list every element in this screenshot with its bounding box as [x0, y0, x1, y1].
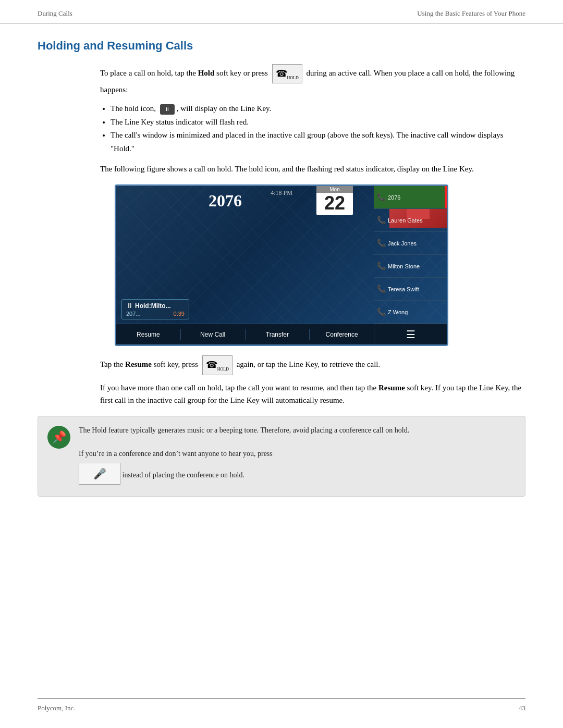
phone-time: 4:18 PM: [271, 189, 292, 197]
paragraph-3: Tap the Resume soft key, press ☎HOLD aga…: [38, 355, 525, 375]
note-text-1: The Hold feature typically generates mus…: [79, 426, 409, 434]
sidebar-key-z-wong[interactable]: 📞 Z Wong: [374, 301, 447, 324]
header-left: During Calls: [38, 9, 72, 18]
line-key-icon-3: 📞: [377, 262, 386, 270]
p3-end: again, or tap the Line Key, to retrieve …: [237, 361, 381, 369]
hold-key-icon-2: ☎HOLD: [202, 355, 232, 375]
softkey-conference[interactable]: Conference: [310, 329, 374, 340]
phone-extension: 2076: [209, 191, 242, 211]
p3-before: Tap the: [100, 361, 125, 369]
calendar-badge: Mon 22: [316, 186, 353, 215]
hold-window-info: 207... 0:39: [126, 311, 185, 317]
line-key-icon-0: 📞: [377, 193, 386, 202]
hold-window-title-text: Hold:Milto...: [135, 302, 171, 310]
softkey-resume[interactable]: Resume: [116, 329, 181, 340]
mute-icon: 🎤: [93, 465, 106, 482]
p3-bold: Resume: [125, 361, 152, 369]
sidebar-key-label-5: Z Wong: [388, 309, 408, 315]
softkey-transfer[interactable]: Transfer: [246, 329, 310, 340]
line-key-icon-4: 📞: [377, 285, 386, 293]
sidebar-key-label-4: Teresa Swift: [388, 286, 419, 292]
key-indicator-2: [445, 232, 447, 254]
p4-text: If you have more than one call on hold, …: [100, 384, 378, 392]
phone-sidebar: 📞 2076 📞 Lauren Gates 📞 Jack Jones 📞 Mil…: [374, 186, 447, 324]
p1-before: To place a call on hold, tap the: [100, 69, 198, 77]
main-content: Holding and Resuming Calls To place a ca…: [0, 23, 563, 517]
sidebar-key-teresa-swift[interactable]: 📞 Teresa Swift: [374, 278, 447, 301]
bullet-1: The hold icon, ⏸, will display on the Li…: [111, 102, 525, 116]
hold-key-icon: ☎HOLD: [272, 64, 302, 83]
hold-number: 207...: [126, 311, 141, 317]
bullet-list: The hold icon, ⏸, will display on the Li…: [38, 102, 525, 155]
sidebar-key-label-2: Jack Jones: [388, 240, 417, 246]
p4-bold: Resume: [378, 384, 405, 392]
note-text: The Hold feature typically generates mus…: [79, 425, 516, 488]
key-indicator-1: [445, 209, 447, 231]
phone-menu-button[interactable]: ☰: [374, 324, 447, 344]
softkey-new-call[interactable]: New Call: [181, 329, 246, 340]
pin-icon: 📌: [52, 430, 66, 444]
line-key-icon-1: 📞: [377, 216, 386, 225]
hold-window: ⏸ Hold:Milto... 207... 0:39: [121, 299, 189, 319]
sidebar-key-label-3: Milton Stone: [388, 263, 420, 269]
paragraph-4: If you have more than one call on hold, …: [38, 381, 525, 406]
sidebar-key-jack-jones[interactable]: 📞 Jack Jones: [374, 232, 447, 255]
page-footer: Polycom, Inc. 43: [38, 698, 525, 712]
key-indicator-4: [445, 278, 447, 300]
bullet-3: The call's window is minimized and place…: [111, 129, 525, 155]
key-indicator-0: [445, 186, 447, 208]
phone-screenshot: 4:18 PM 2076 Mon 22 📞 2076: [115, 184, 448, 346]
note-box: 📌 The Hold feature typically generates m…: [38, 416, 525, 497]
p1-bold: Hold: [198, 69, 215, 77]
line-key-icon-2: 📞: [377, 239, 386, 248]
sidebar-key-2076[interactable]: 📞 2076: [374, 186, 447, 209]
menu-lines-icon: ☰: [406, 328, 415, 341]
key-indicator-5: [445, 301, 447, 323]
hold-timer: 0:39: [174, 311, 185, 317]
key-indicator-3: [445, 255, 447, 277]
sidebar-key-label-1: Lauren Gates: [388, 217, 423, 224]
mute-icon-box: 🎤: [79, 463, 120, 485]
bullet-2: The Line Key status indicator will flash…: [111, 116, 525, 129]
section-title: Holding and Resuming Calls: [38, 39, 525, 53]
footer-right: 43: [519, 704, 525, 712]
note-text-3: instead of placing the conference on hol…: [123, 471, 244, 479]
note-text-2: If you’re in a conference and don’t want…: [79, 450, 273, 458]
sidebar-key-milton-stone[interactable]: 📞 Milton Stone: [374, 255, 447, 278]
hold-window-title: ⏸ Hold:Milto...: [126, 302, 185, 310]
p3-after: soft key, press: [152, 361, 198, 369]
footer-left: Polycom, Inc.: [38, 704, 76, 712]
sidebar-key-label-0: 2076: [388, 194, 400, 201]
line-key-icon-5: 📞: [377, 307, 386, 316]
sidebar-key-lauren-gates[interactable]: 📞 Lauren Gates: [374, 209, 447, 232]
calendar-day-num: 22: [324, 194, 345, 213]
phone-softkeys: Resume New Call Transfer Conference: [116, 324, 374, 344]
hold-pause-icon: ⏸: [126, 302, 133, 310]
paragraph-1: To place a call on hold, tap the Hold so…: [38, 64, 525, 96]
note-icon: 📌: [47, 426, 70, 449]
paragraph-2: The following figure shows a call on hol…: [38, 163, 525, 175]
p1-after: soft key or press: [214, 69, 267, 77]
header-right: Using the Basic Features of Your Phone: [417, 9, 525, 18]
page-header: During Calls Using the Basic Features of…: [0, 0, 563, 23]
